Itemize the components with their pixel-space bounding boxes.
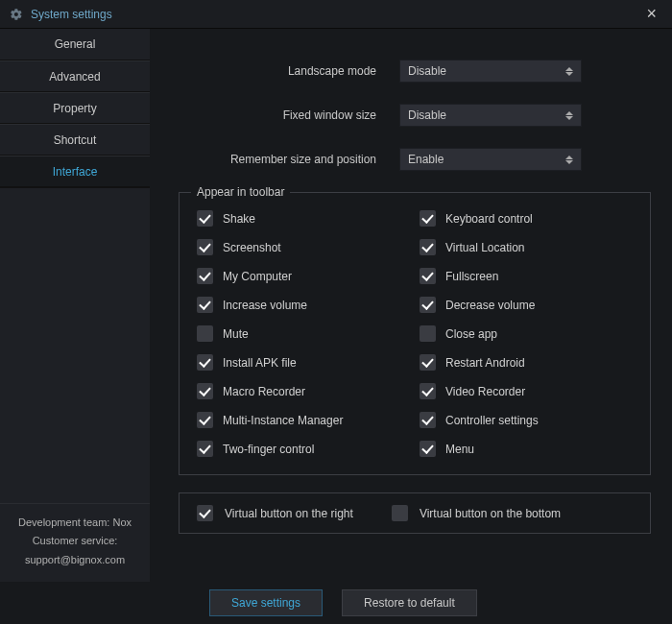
checkbox-icon xyxy=(197,441,213,457)
checkbox-label: Macro Recorder xyxy=(223,385,305,398)
fixed-label: Fixed window size xyxy=(179,108,399,122)
checkbox-label: Restart Android xyxy=(445,356,525,370)
fixed-row: Fixed window size Disable xyxy=(179,104,651,127)
checkbox-label: Keyboard control xyxy=(445,212,533,226)
toolbar-checkbox-13[interactable]: Video Recorder xyxy=(420,383,633,399)
toolbar-checkbox-8[interactable]: Mute xyxy=(197,325,410,342)
checkbox-icon xyxy=(197,239,213,255)
checkbox-icon xyxy=(197,210,213,227)
fixed-select[interactable]: Disable xyxy=(399,104,582,127)
toolbar-checkbox-9[interactable]: Close app xyxy=(420,325,633,342)
dev-team-label: Development team: Nox xyxy=(6,514,144,533)
tab-advanced[interactable]: Advanced xyxy=(0,60,150,92)
toolbar-checkbox-6[interactable]: Increase volume xyxy=(197,297,410,313)
virtual-bottom-checkbox[interactable]: Virtual button on the bottom xyxy=(392,505,561,521)
tab-general[interactable]: General xyxy=(0,29,150,60)
toolbar-checkbox-11[interactable]: Restart Android xyxy=(420,354,633,371)
toolbar-fieldset: Appear in toolbar ShakeKeyboard controlS… xyxy=(179,192,651,475)
tab-property[interactable]: Property xyxy=(0,92,150,124)
checkbox-icon xyxy=(197,354,213,371)
toolbar-checkbox-0[interactable]: Shake xyxy=(197,210,410,227)
checkbox-icon xyxy=(197,412,213,428)
checkbox-label: My Computer xyxy=(223,270,292,283)
checkbox-icon xyxy=(197,297,213,313)
toolbar-checkbox-3[interactable]: Virtual Location xyxy=(420,239,633,255)
checkbox-icon xyxy=(420,325,436,342)
checkbox-icon xyxy=(420,268,436,284)
checkbox-label: Increase volume xyxy=(223,299,307,312)
checkbox-label: Mute xyxy=(223,327,249,341)
checkbox-label: Two-finger control xyxy=(223,443,314,456)
checkbox-icon xyxy=(420,383,436,399)
restore-button[interactable]: Restore to default xyxy=(342,589,477,616)
toolbar-checkbox-5[interactable]: Fullscreen xyxy=(420,268,633,284)
spinner-icon[interactable] xyxy=(562,60,577,82)
window-title: System settings xyxy=(31,8,112,21)
landscape-value: Disable xyxy=(408,64,446,78)
checkbox-label: Menu xyxy=(445,443,474,456)
save-button[interactable]: Save settings xyxy=(209,589,323,616)
remember-row: Remember size and position Enable xyxy=(179,148,651,171)
remember-select[interactable]: Enable xyxy=(399,148,582,171)
checkbox-label: Screenshot xyxy=(223,241,281,254)
sidebar: GeneralAdvancedPropertyShortcutInterface… xyxy=(0,29,150,582)
checkbox-icon xyxy=(420,210,436,227)
checkbox-label: Video Recorder xyxy=(445,385,525,398)
close-icon[interactable]: × xyxy=(640,2,662,26)
toolbar-checkbox-4[interactable]: My Computer xyxy=(197,268,410,284)
remember-label: Remember size and position xyxy=(179,153,399,166)
footer: Save settings Restore to default xyxy=(0,582,672,624)
cs-label: Customer service: xyxy=(6,532,144,551)
checkbox-icon xyxy=(420,297,436,313)
toolbar-checkbox-16[interactable]: Two-finger control xyxy=(197,441,410,457)
tab-interface[interactable]: Interface xyxy=(0,156,150,187)
landscape-row: Landscape mode Disable xyxy=(179,60,651,83)
fixed-value: Disable xyxy=(408,108,446,122)
toolbar-checkbox-15[interactable]: Controller settings xyxy=(420,412,633,428)
checkbox-icon xyxy=(197,268,213,284)
landscape-select[interactable]: Disable xyxy=(399,60,582,83)
spinner-icon[interactable] xyxy=(562,149,577,170)
checkbox-icon xyxy=(197,383,213,399)
sidebar-info: Development team: Nox Customer service: … xyxy=(0,503,150,582)
cs-email: support@bignox.com xyxy=(6,551,144,570)
gear-icon xyxy=(10,8,23,21)
checkbox-icon xyxy=(420,239,436,255)
checkbox-icon xyxy=(392,505,408,521)
tab-shortcut[interactable]: Shortcut xyxy=(0,124,150,156)
landscape-label: Landscape mode xyxy=(179,64,399,78)
virtual-right-checkbox[interactable]: Virtual button on the right xyxy=(197,505,353,521)
checkbox-icon xyxy=(420,441,436,457)
checkbox-label: Shake xyxy=(223,212,255,226)
checkbox-label: Multi-Instance Manager xyxy=(223,414,343,427)
title-bar: System settings × xyxy=(0,0,672,29)
toolbar-checkbox-12[interactable]: Macro Recorder xyxy=(197,383,410,399)
checkbox-icon xyxy=(197,325,213,342)
virtual-right-label: Virtual button on the right xyxy=(225,507,353,520)
main-panel: Landscape mode Disable Fixed window size… xyxy=(150,29,672,582)
spinner-icon[interactable] xyxy=(562,105,577,126)
sidebar-spacer xyxy=(0,187,150,503)
virtual-bottom-label: Virtual button on the bottom xyxy=(420,507,561,520)
checkbox-label: Controller settings xyxy=(445,414,539,427)
virtual-button-row: Virtual button on the right Virtual butt… xyxy=(179,492,651,534)
checkbox-label: Virtual Location xyxy=(445,241,525,254)
checkbox-icon xyxy=(420,412,436,428)
checkbox-icon xyxy=(197,505,213,521)
toolbar-checkbox-1[interactable]: Keyboard control xyxy=(420,210,633,227)
checkbox-label: Fullscreen xyxy=(445,270,498,283)
checkbox-label: Close app xyxy=(445,327,497,341)
toolbar-checkbox-7[interactable]: Decrease volume xyxy=(420,297,633,313)
checkbox-label: Decrease volume xyxy=(445,299,535,312)
checkbox-label: Install APK file xyxy=(223,356,297,370)
toolbar-checkbox-2[interactable]: Screenshot xyxy=(197,239,410,255)
checkbox-icon xyxy=(420,354,436,371)
toolbar-checkbox-10[interactable]: Install APK file xyxy=(197,354,410,371)
toolbar-legend: Appear in toolbar xyxy=(191,185,290,199)
remember-value: Enable xyxy=(408,153,444,166)
toolbar-checkbox-17[interactable]: Menu xyxy=(420,441,633,457)
toolbar-checkbox-14[interactable]: Multi-Instance Manager xyxy=(197,412,410,428)
